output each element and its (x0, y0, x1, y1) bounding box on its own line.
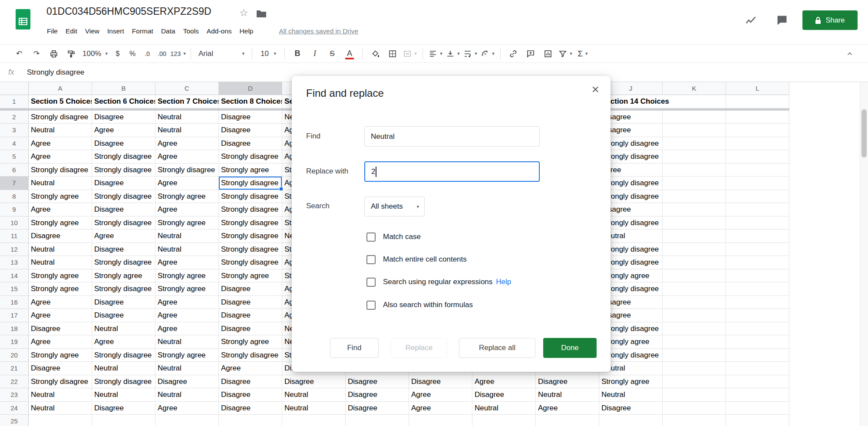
column-header[interactable]: D (219, 82, 282, 95)
cell[interactable] (726, 177, 789, 190)
row-header[interactable]: 11 (0, 229, 29, 243)
cell[interactable] (663, 282, 726, 296)
cell[interactable]: Agree (155, 177, 219, 190)
cell[interactable] (599, 415, 663, 426)
font-size-select[interactable]: 10 ▾ (256, 46, 281, 61)
cell[interactable]: Disagree (92, 137, 155, 151)
cell[interactable]: Agree (155, 309, 219, 322)
cell[interactable]: Disagree (92, 296, 155, 309)
cell[interactable]: Neutral (92, 322, 155, 336)
text-color-button[interactable]: A (341, 46, 358, 61)
row-header[interactable]: 20 (0, 349, 29, 362)
cell[interactable]: Agree (155, 322, 219, 336)
paint-format-button[interactable] (63, 46, 80, 61)
menu-format[interactable]: Format (128, 25, 157, 37)
font-select[interactable]: Arial ▾ (195, 46, 248, 61)
cell[interactable]: Disagree (219, 282, 282, 296)
row-header[interactable]: 18 (0, 322, 29, 336)
borders-button[interactable] (384, 46, 401, 61)
cell[interactable]: Disagree (472, 388, 536, 402)
cell[interactable]: Strongly disagree (29, 375, 92, 389)
zoom-select[interactable]: 100% ▾ (80, 46, 110, 61)
cell[interactable]: Strongly disagree (92, 282, 155, 296)
cell[interactable]: Agree (29, 309, 92, 322)
cell[interactable] (663, 164, 726, 177)
cell[interactable]: Strongly agree (155, 216, 219, 230)
cell[interactable]: Agree (409, 402, 472, 415)
percent-format-button[interactable]: % (125, 46, 140, 61)
cell[interactable] (726, 216, 789, 230)
close-button[interactable]: × (591, 83, 599, 96)
cell[interactable]: Strongly disagree (219, 203, 282, 216)
cell[interactable] (663, 243, 726, 256)
cell[interactable]: Strongly agree (29, 349, 92, 362)
cell[interactable]: Disagree (219, 375, 282, 389)
cell[interactable] (726, 111, 789, 124)
cell[interactable] (663, 111, 726, 124)
checkbox-search-formulas[interactable] (366, 301, 376, 310)
saved-status[interactable]: All changes saved in Drive (279, 27, 358, 35)
vertical-scrollbar[interactable] (860, 82, 868, 426)
menu-file[interactable]: File (43, 25, 62, 37)
doc-title[interactable]: 01DC034D56HMC905SERXPZ2S9D (46, 6, 211, 17)
cell[interactable] (726, 296, 789, 309)
cell[interactable]: Disagree (219, 124, 282, 137)
cell[interactable]: Strongly agree (29, 269, 92, 283)
cell[interactable] (663, 388, 726, 402)
row-header[interactable]: 1 (0, 95, 29, 108)
cell[interactable]: Neutral (155, 229, 219, 243)
column-header[interactable]: A (29, 82, 92, 95)
cell[interactable]: Strongly disagree (155, 164, 219, 177)
cell[interactable]: Disagree (92, 243, 155, 256)
cell[interactable]: Agree (92, 335, 155, 349)
cell[interactable]: Section 5 Choices (29, 95, 92, 108)
cell[interactable] (726, 402, 789, 415)
cell[interactable]: Strongly disagree (219, 177, 282, 190)
cell[interactable] (726, 203, 789, 216)
filter-button[interactable]: ▾ (557, 46, 574, 61)
cell[interactable]: Disagree (346, 402, 409, 415)
cell[interactable]: Strongly disagree (219, 243, 282, 256)
cell[interactable]: Agree (29, 335, 92, 349)
cell[interactable] (726, 190, 789, 203)
decrease-decimals-button[interactable]: .0 (140, 46, 155, 61)
cell[interactable]: Neutral (282, 388, 346, 402)
cell[interactable]: Agree (536, 402, 599, 415)
cell[interactable]: Agree (92, 229, 155, 243)
cell[interactable] (726, 229, 789, 243)
row-header[interactable]: 13 (0, 256, 29, 269)
cell[interactable]: Disagree (346, 375, 409, 389)
cell[interactable] (726, 124, 789, 137)
row-header[interactable]: 8 (0, 190, 29, 203)
column-header[interactable]: L (726, 82, 789, 95)
row-header[interactable]: 3 (0, 124, 29, 137)
cell[interactable]: Neutral (92, 388, 155, 402)
text-rotation-button[interactable]: A ▾ (479, 46, 496, 61)
cell[interactable]: Strongly agree (155, 190, 219, 203)
cell[interactable] (282, 415, 346, 426)
cell[interactable]: Agree (29, 296, 92, 309)
cell[interactable] (726, 243, 789, 256)
cell[interactable]: Strongly agree (155, 269, 219, 283)
menu-help[interactable]: Help (236, 25, 257, 37)
cell[interactable] (726, 415, 789, 426)
row-header[interactable]: 7 (0, 177, 29, 190)
find-input[interactable]: Neutral (364, 126, 540, 147)
scrollbar-thumb[interactable] (861, 109, 867, 157)
print-button[interactable] (45, 46, 63, 61)
row-header[interactable]: 2 (0, 111, 29, 124)
cell[interactable] (663, 322, 726, 336)
cell[interactable]: Agree (409, 388, 472, 402)
row-header[interactable]: 24 (0, 402, 29, 415)
cell[interactable]: Disagree (29, 322, 92, 336)
more-formats-button[interactable]: 123 ▾ (169, 46, 187, 61)
cell[interactable] (663, 309, 726, 322)
cell[interactable] (219, 415, 282, 426)
insert-chart-button[interactable] (539, 46, 557, 61)
cell[interactable] (663, 177, 726, 190)
checkbox-match-entire-cell[interactable] (366, 255, 376, 264)
row-header[interactable]: 14 (0, 269, 29, 283)
row-header[interactable]: 9 (0, 203, 29, 216)
cell[interactable]: Strongly disagree (29, 111, 92, 124)
cell[interactable]: Disagree (219, 296, 282, 309)
